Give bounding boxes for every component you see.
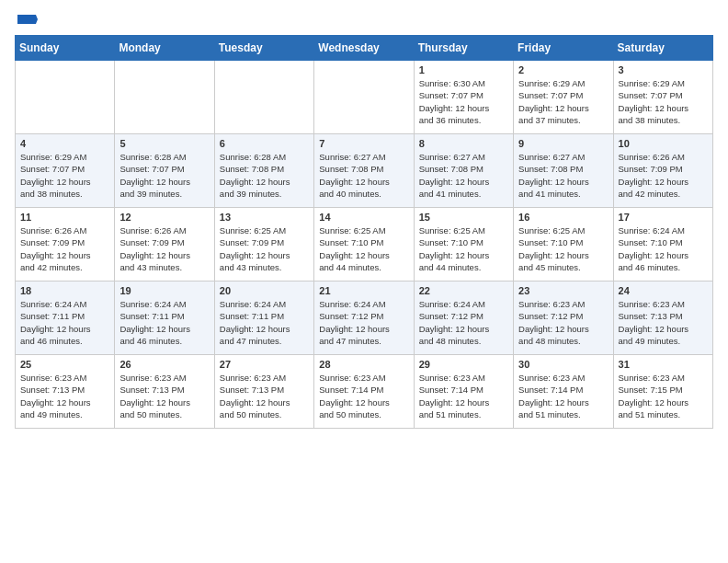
day-info: Sunrise: 6:30 AM Sunset: 7:07 PM Dayligh… <box>419 77 508 126</box>
day-info: Sunrise: 6:27 AM Sunset: 7:08 PM Dayligh… <box>518 151 608 200</box>
day-info: Sunrise: 6:28 AM Sunset: 7:07 PM Dayligh… <box>119 151 209 200</box>
day-info: Sunrise: 6:23 AM Sunset: 7:13 PM Dayligh… <box>619 298 708 347</box>
day-number: 11 <box>20 212 109 223</box>
day-number: 3 <box>619 64 708 75</box>
week-row-2: 4Sunrise: 6:29 AM Sunset: 7:07 PM Daylig… <box>16 134 713 208</box>
calendar-cell: 20Sunrise: 6:24 AM Sunset: 7:11 PM Dayli… <box>214 282 313 355</box>
calendar-cell: 19Sunrise: 6:24 AM Sunset: 7:11 PM Dayli… <box>115 282 214 355</box>
calendar-cell: 30Sunrise: 6:23 AM Sunset: 7:14 PM Dayli… <box>514 355 613 429</box>
calendar-cell: 28Sunrise: 6:23 AM Sunset: 7:14 PM Dayli… <box>314 355 414 429</box>
day-info: Sunrise: 6:23 AM Sunset: 7:13 PM Dayligh… <box>119 372 209 420</box>
day-number: 26 <box>119 359 209 370</box>
day-number: 27 <box>220 359 309 370</box>
calendar-cell: 11Sunrise: 6:26 AM Sunset: 7:09 PM Dayli… <box>16 208 115 282</box>
day-info: Sunrise: 6:25 AM Sunset: 7:10 PM Dayligh… <box>419 224 508 273</box>
day-number: 4 <box>20 138 109 149</box>
column-header-wednesday: Wednesday <box>314 36 414 61</box>
day-info: Sunrise: 6:25 AM Sunset: 7:10 PM Dayligh… <box>319 224 408 273</box>
day-number: 19 <box>119 285 209 296</box>
calendar-cell: 27Sunrise: 6:23 AM Sunset: 7:13 PM Dayli… <box>214 355 313 429</box>
calendar-cell: 5Sunrise: 6:28 AM Sunset: 7:07 PM Daylig… <box>115 134 214 208</box>
header-row: SundayMondayTuesdayWednesdayThursdayFrid… <box>16 36 713 61</box>
calendar-cell: 14Sunrise: 6:25 AM Sunset: 7:10 PM Dayli… <box>314 208 414 282</box>
calendar-cell: 4Sunrise: 6:29 AM Sunset: 7:07 PM Daylig… <box>16 134 115 208</box>
day-number: 1 <box>419 64 508 75</box>
calendar-cell: 23Sunrise: 6:23 AM Sunset: 7:12 PM Dayli… <box>514 282 613 355</box>
calendar-cell: 2Sunrise: 6:29 AM Sunset: 7:07 PM Daylig… <box>514 61 613 134</box>
calendar-cell <box>115 61 214 134</box>
day-number: 25 <box>20 359 109 370</box>
day-number: 14 <box>319 212 408 223</box>
day-info: Sunrise: 6:27 AM Sunset: 7:08 PM Dayligh… <box>419 151 508 200</box>
calendar-cell: 31Sunrise: 6:23 AM Sunset: 7:15 PM Dayli… <box>613 355 712 429</box>
day-number: 20 <box>220 285 309 296</box>
day-info: Sunrise: 6:23 AM Sunset: 7:13 PM Dayligh… <box>220 372 309 420</box>
calendar-table: SundayMondayTuesdayWednesdayThursdayFrid… <box>15 35 713 429</box>
calendar-cell: 3Sunrise: 6:29 AM Sunset: 7:07 PM Daylig… <box>613 61 712 134</box>
day-number: 29 <box>419 359 508 370</box>
svg-marker-0 <box>17 15 36 24</box>
calendar-cell: 25Sunrise: 6:23 AM Sunset: 7:13 PM Dayli… <box>16 355 115 429</box>
day-info: Sunrise: 6:23 AM Sunset: 7:14 PM Dayligh… <box>319 372 408 420</box>
calendar-cell: 17Sunrise: 6:24 AM Sunset: 7:10 PM Dayli… <box>613 208 712 282</box>
column-header-friday: Friday <box>514 36 613 61</box>
calendar-cell: 6Sunrise: 6:28 AM Sunset: 7:08 PM Daylig… <box>214 134 313 208</box>
day-info: Sunrise: 6:27 AM Sunset: 7:08 PM Dayligh… <box>319 151 408 200</box>
day-number: 21 <box>319 285 408 296</box>
week-row-5: 25Sunrise: 6:23 AM Sunset: 7:13 PM Dayli… <box>16 355 713 429</box>
day-number: 15 <box>419 212 508 223</box>
day-info: Sunrise: 6:23 AM Sunset: 7:13 PM Dayligh… <box>20 372 109 420</box>
day-info: Sunrise: 6:23 AM Sunset: 7:12 PM Dayligh… <box>518 298 608 347</box>
column-header-monday: Monday <box>115 36 214 61</box>
calendar-cell: 16Sunrise: 6:25 AM Sunset: 7:10 PM Dayli… <box>514 208 613 282</box>
calendar-cell: 12Sunrise: 6:26 AM Sunset: 7:09 PM Dayli… <box>115 208 214 282</box>
day-number: 6 <box>220 138 309 149</box>
calendar-cell: 26Sunrise: 6:23 AM Sunset: 7:13 PM Dayli… <box>115 355 214 429</box>
day-number: 24 <box>619 285 708 296</box>
calendar-cell: 8Sunrise: 6:27 AM Sunset: 7:08 PM Daylig… <box>414 134 513 208</box>
calendar-cell: 24Sunrise: 6:23 AM Sunset: 7:13 PM Dayli… <box>613 282 712 355</box>
calendar-cell <box>16 61 115 134</box>
calendar-cell: 22Sunrise: 6:24 AM Sunset: 7:12 PM Dayli… <box>414 282 513 355</box>
week-row-3: 11Sunrise: 6:26 AM Sunset: 7:09 PM Dayli… <box>16 208 713 282</box>
column-header-saturday: Saturday <box>613 36 712 61</box>
day-number: 5 <box>119 138 209 149</box>
day-number: 17 <box>619 212 708 223</box>
column-header-sunday: Sunday <box>16 36 115 61</box>
logo-flag-icon <box>17 15 38 31</box>
calendar-cell: 21Sunrise: 6:24 AM Sunset: 7:12 PM Dayli… <box>314 282 414 355</box>
day-info: Sunrise: 6:24 AM Sunset: 7:11 PM Dayligh… <box>20 298 109 347</box>
day-info: Sunrise: 6:24 AM Sunset: 7:11 PM Dayligh… <box>220 298 309 347</box>
page-header <box>15 15 713 28</box>
day-info: Sunrise: 6:24 AM Sunset: 7:11 PM Dayligh… <box>119 298 209 347</box>
calendar-cell: 10Sunrise: 6:26 AM Sunset: 7:09 PM Dayli… <box>613 134 712 208</box>
column-header-thursday: Thursday <box>414 36 513 61</box>
day-info: Sunrise: 6:23 AM Sunset: 7:15 PM Dayligh… <box>619 372 708 420</box>
column-header-tuesday: Tuesday <box>214 36 313 61</box>
day-info: Sunrise: 6:29 AM Sunset: 7:07 PM Dayligh… <box>20 151 109 200</box>
calendar-cell: 13Sunrise: 6:25 AM Sunset: 7:09 PM Dayli… <box>214 208 313 282</box>
day-number: 28 <box>319 359 408 370</box>
calendar-cell: 7Sunrise: 6:27 AM Sunset: 7:08 PM Daylig… <box>314 134 414 208</box>
day-number: 8 <box>419 138 508 149</box>
day-info: Sunrise: 6:23 AM Sunset: 7:14 PM Dayligh… <box>518 372 608 420</box>
day-number: 31 <box>619 359 708 370</box>
svg-marker-1 <box>36 15 38 24</box>
day-number: 12 <box>119 212 209 223</box>
day-info: Sunrise: 6:26 AM Sunset: 7:09 PM Dayligh… <box>20 224 109 273</box>
day-number: 2 <box>518 64 608 75</box>
day-number: 13 <box>220 212 309 223</box>
logo <box>15 15 38 28</box>
day-info: Sunrise: 6:29 AM Sunset: 7:07 PM Dayligh… <box>619 77 708 126</box>
day-info: Sunrise: 6:29 AM Sunset: 7:07 PM Dayligh… <box>518 77 608 126</box>
day-number: 22 <box>419 285 508 296</box>
week-row-4: 18Sunrise: 6:24 AM Sunset: 7:11 PM Dayli… <box>16 282 713 355</box>
day-info: Sunrise: 6:23 AM Sunset: 7:14 PM Dayligh… <box>419 372 508 420</box>
calendar-cell: 15Sunrise: 6:25 AM Sunset: 7:10 PM Dayli… <box>414 208 513 282</box>
day-info: Sunrise: 6:28 AM Sunset: 7:08 PM Dayligh… <box>220 151 309 200</box>
day-info: Sunrise: 6:25 AM Sunset: 7:10 PM Dayligh… <box>518 224 608 273</box>
day-number: 16 <box>518 212 608 223</box>
day-info: Sunrise: 6:24 AM Sunset: 7:12 PM Dayligh… <box>419 298 508 347</box>
day-info: Sunrise: 6:26 AM Sunset: 7:09 PM Dayligh… <box>619 151 708 200</box>
calendar-cell: 1Sunrise: 6:30 AM Sunset: 7:07 PM Daylig… <box>414 61 513 134</box>
